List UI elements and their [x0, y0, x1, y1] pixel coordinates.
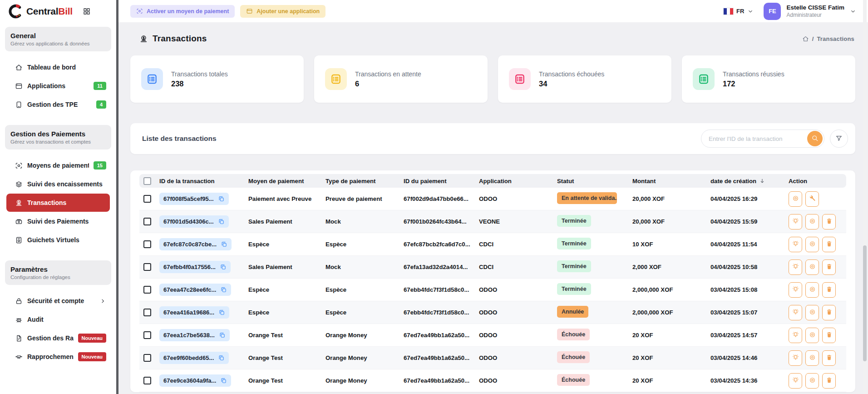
filter-button[interactable] — [830, 130, 848, 148]
apps-grid-icon[interactable] — [83, 7, 91, 15]
amount: 20,000 XOF — [632, 195, 710, 202]
delete-button[interactable] — [822, 373, 836, 389]
view-button[interactable] — [805, 350, 819, 366]
row-checkbox[interactable] — [143, 263, 151, 271]
sidebar-item-gestion-des-rapports[interactable]: Gestion des Rapports Nouveau — [6, 329, 110, 347]
copy-icon[interactable] — [218, 195, 225, 202]
terminal-icon — [15, 101, 23, 109]
payment-type: Mock — [326, 218, 404, 225]
view-button[interactable] — [805, 282, 819, 298]
copy-icon[interactable] — [220, 264, 227, 270]
search-input[interactable] — [709, 135, 807, 142]
transaction-id-pill: 67eea416a19686... — [159, 306, 229, 319]
delete-button[interactable] — [822, 214, 836, 229]
view-button[interactable] — [805, 373, 819, 389]
transaction-id: 67eea1c7be5638... — [163, 332, 215, 339]
sidebar-item-suivi-des-encaissements[interactable]: Suivi des encaissements — [6, 175, 110, 193]
chevron-right-icon — [99, 298, 106, 304]
table-row: 67f001d5d4306c... Sales Paiement Mock 67… — [139, 210, 846, 233]
sidebar-item-securite-et-compte[interactable]: Sécurité et compte — [6, 292, 110, 310]
page-scrollbar[interactable] — [863, 0, 867, 394]
window-icon — [246, 8, 253, 15]
add-application-button[interactable]: Ajouter une application — [240, 5, 326, 18]
row-checkbox[interactable] — [143, 195, 151, 203]
sidebar-item-suivi-des-paiements[interactable]: Suivi des Paiements — [6, 212, 110, 230]
sidebar-item-guichets-virtuels[interactable]: Guichets Virtuels — [6, 231, 110, 249]
notify-button[interactable] — [789, 214, 802, 229]
sidebar-item-gestion-des-tpe[interactable]: Gestion des TPE 4 — [6, 95, 110, 114]
sidebar-item-applications[interactable]: Applications 11 — [6, 77, 110, 95]
bell-icon — [792, 240, 799, 249]
activate-payment-method-button[interactable]: Activer un moyen de paiement — [130, 5, 235, 18]
delete-button[interactable] — [822, 282, 836, 298]
notify-button[interactable] — [789, 373, 802, 389]
row-checkbox[interactable] — [143, 240, 151, 248]
copy-icon[interactable] — [218, 354, 225, 361]
transaction-id: 67f001d5d4306c... — [163, 218, 214, 225]
view-button[interactable] — [805, 305, 819, 320]
copy-icon[interactable] — [220, 286, 227, 293]
col-payment-id[interactable]: ID du paiement — [404, 178, 479, 185]
payment-method: Espèce — [248, 241, 326, 248]
select-all-checkbox[interactable] — [143, 177, 151, 185]
payment-method: Orange Test — [248, 354, 326, 361]
col-payment-method[interactable]: Moyen de paiement — [248, 178, 326, 185]
row-checkbox[interactable] — [143, 218, 151, 225]
application: ODOO — [479, 377, 557, 384]
delete-button[interactable] — [822, 328, 836, 343]
sidebar-item-transactions[interactable]: Transactions — [6, 194, 110, 212]
sidebar-section-title: Gestion des Paiements — [10, 130, 106, 138]
col-id-transaction[interactable]: ID de la transaction — [159, 178, 248, 185]
copy-icon[interactable] — [218, 309, 225, 316]
row-checkbox[interactable] — [143, 354, 151, 362]
view-button[interactable] — [805, 237, 819, 252]
search-button[interactable] — [807, 131, 823, 146]
col-payment-type[interactable]: Type de paiement — [326, 178, 404, 185]
funnel-icon — [835, 135, 843, 143]
delete-button[interactable] — [822, 259, 836, 275]
delete-button[interactable] — [822, 305, 836, 320]
copy-icon[interactable] — [218, 218, 225, 225]
notify-button[interactable] — [789, 282, 802, 298]
copy-icon[interactable] — [220, 377, 227, 384]
view-button[interactable] — [805, 259, 819, 275]
sidebar-item-tableau-de-bord[interactable]: Tableau de bord — [6, 58, 110, 76]
search-field — [701, 130, 824, 148]
copy-icon[interactable] — [221, 241, 227, 248]
row-checkbox[interactable] — [143, 331, 151, 339]
view-button[interactable] — [789, 191, 802, 207]
sidebar-section-items: Tableau de bord Applications 11 Gestion … — [0, 54, 116, 120]
row-checkbox[interactable] — [143, 377, 151, 384]
notify-button[interactable] — [789, 350, 802, 366]
creation-date: 04/04/2025 15:59 — [710, 218, 789, 225]
row-checkbox[interactable] — [143, 286, 151, 294]
notify-button[interactable] — [789, 259, 802, 275]
view-button[interactable] — [805, 214, 819, 229]
notify-button[interactable] — [789, 328, 802, 343]
language-selector[interactable]: FR — [724, 8, 754, 15]
sidebar-item-rapprochements[interactable]: Rapprochements Nouveau — [6, 348, 110, 366]
col-amount[interactable]: Montant — [632, 178, 710, 185]
sidebar-item-moyens-de-paiement[interactable]: Moyens de paiement 15 — [6, 156, 110, 175]
sidebar-section-subtitle: Configuration de réglages — [10, 274, 106, 280]
home-icon[interactable] — [802, 35, 809, 42]
stat-card: Transactions réussies 172 — [682, 55, 855, 103]
col-creation-date[interactable]: date de création — [710, 178, 789, 185]
sidebar-item-audit[interactable]: Audit — [6, 310, 110, 329]
col-application[interactable]: Application — [479, 178, 557, 185]
notify-button[interactable] — [789, 237, 802, 252]
delete-button[interactable] — [822, 350, 836, 366]
sidebar-section-header: Gestion des Paiements Gérez vos transact… — [5, 125, 111, 150]
col-status[interactable]: Statut — [557, 178, 632, 185]
settings-button[interactable] — [805, 191, 819, 207]
row-checkbox[interactable] — [143, 309, 151, 316]
user-menu[interactable]: FE Estelle CISSE Fatim Administrateur — [764, 3, 856, 20]
view-button[interactable] — [805, 328, 819, 343]
sort-desc-icon[interactable] — [759, 178, 765, 184]
copy-icon[interactable] — [219, 332, 226, 339]
page-scrollbar-thumb[interactable] — [863, 245, 867, 361]
receipt-list-icon — [509, 68, 531, 90]
notify-button[interactable] — [789, 305, 802, 320]
status-badge: Terminée — [557, 260, 591, 272]
delete-button[interactable] — [822, 237, 836, 252]
